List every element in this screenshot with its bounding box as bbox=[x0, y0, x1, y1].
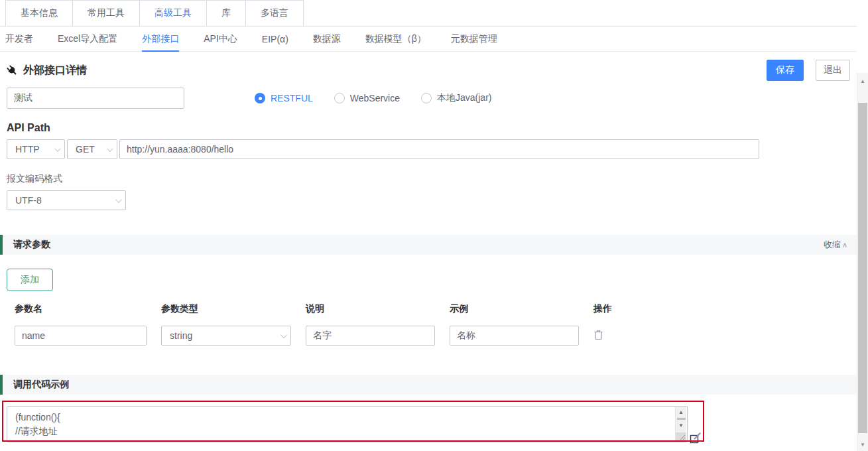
page-scrollbar-thumb[interactable] bbox=[858, 103, 867, 433]
encoding-label: 报文编码格式 bbox=[7, 173, 850, 185]
page: 基本信息 常用工具 高级工具 库 多语言 开发者 Excel导入配置 外部接口 … bbox=[0, 0, 868, 451]
protocol-radio-group: RESTFUL WebService 本地Java(jar) bbox=[255, 92, 491, 104]
code-line: //请求地址 bbox=[15, 424, 668, 438]
chevron-down-icon bbox=[115, 196, 122, 203]
tab-multilanguage[interactable]: 多语言 bbox=[245, 0, 304, 26]
col-param-name: 参数名 bbox=[15, 303, 147, 315]
col-param-type: 参数类型 bbox=[161, 303, 291, 315]
secondary-tab-bar: 开发者 Excel导入配置 外部接口 API中心 EIP(α) 数据源 数据模型… bbox=[0, 27, 857, 52]
radio-local-java[interactable]: 本地Java(jar) bbox=[421, 92, 491, 104]
primary-tab-bar: 基本信息 常用工具 高级工具 库 多语言 bbox=[0, 0, 857, 27]
encoding-select[interactable]: UTF-8 bbox=[7, 190, 126, 210]
tab-data-model-beta[interactable]: 数据模型（β） bbox=[365, 27, 426, 51]
tab-metadata-management[interactable]: 元数据管理 bbox=[451, 27, 497, 51]
radio-webservice[interactable]: WebService bbox=[334, 93, 400, 103]
param-example-input[interactable] bbox=[450, 326, 579, 346]
resize-grip-icon[interactable] bbox=[678, 433, 686, 440]
code-line: (function(){ bbox=[15, 411, 668, 424]
param-table-row: string bbox=[0, 326, 857, 346]
collapse-caret-icon: ∧ bbox=[842, 241, 847, 249]
tab-basic-info[interactable]: 基本信息 bbox=[5, 0, 73, 26]
add-param-button[interactable]: 添加 bbox=[7, 269, 53, 291]
chevron-down-icon bbox=[107, 145, 113, 152]
textarea-scrollbar-thumb[interactable] bbox=[677, 418, 686, 420]
tab-developer[interactable]: 开发者 bbox=[5, 27, 33, 51]
radio-webservice-icon bbox=[334, 93, 345, 103]
tab-eip-alpha[interactable]: EIP(α) bbox=[262, 27, 288, 51]
textarea-corner bbox=[676, 432, 686, 441]
code-line: var url = "http://yun.aaaa:8080/hello?na… bbox=[15, 438, 668, 442]
code-textarea[interactable]: (function(){ //请求地址 var url = "http://yu… bbox=[7, 406, 688, 442]
collapse-toggle[interactable]: 收缩 ∧ bbox=[824, 239, 847, 251]
tab-api-center[interactable]: API中心 bbox=[204, 27, 237, 51]
tab-library[interactable]: 库 bbox=[206, 0, 246, 26]
tab-external-interface[interactable]: 外部接口 bbox=[142, 27, 179, 51]
method-select[interactable]: GET bbox=[67, 139, 117, 159]
param-type-select-value: string bbox=[170, 330, 192, 341]
name-protocol-row: RESTFUL WebService 本地Java(jar) bbox=[7, 88, 850, 109]
save-button[interactable]: 保存 bbox=[767, 60, 804, 81]
method-select-value: GET bbox=[76, 144, 95, 155]
trash-icon[interactable] bbox=[593, 330, 603, 340]
radio-restful-icon bbox=[255, 93, 265, 103]
request-params-section-bar: 请求参数 收缩 ∧ bbox=[0, 235, 857, 255]
plug-icon bbox=[4, 62, 20, 78]
param-type-select[interactable]: string bbox=[161, 326, 291, 346]
code-sample-wrap: (function(){ //请求地址 var url = "http://yu… bbox=[7, 406, 850, 442]
scrollbar-up-icon[interactable]: ▲ bbox=[676, 407, 686, 417]
param-description-input[interactable] bbox=[306, 326, 435, 346]
page-title: 外部接口详情 bbox=[7, 64, 87, 78]
chevron-down-icon bbox=[54, 145, 61, 152]
collapse-label: 收缩 bbox=[824, 239, 841, 251]
page-scrollbar-down-icon[interactable]: ▼ bbox=[857, 439, 868, 450]
scrollbar-down-icon[interactable]: ▼ bbox=[676, 420, 686, 430]
api-path-row: HTTP GET bbox=[7, 139, 850, 159]
interface-name-input[interactable] bbox=[7, 88, 184, 109]
url-input[interactable] bbox=[119, 139, 759, 159]
radio-local-java-icon bbox=[421, 93, 432, 103]
tab-advanced-tools[interactable]: 高级工具 bbox=[139, 0, 207, 26]
param-name-input[interactable] bbox=[15, 326, 147, 346]
param-table-header: 参数名 参数类型 说明 示例 操作 bbox=[0, 303, 857, 315]
radio-restful-label: RESTFUL bbox=[271, 93, 313, 103]
scheme-select[interactable]: HTTP bbox=[7, 139, 65, 159]
tab-data-source[interactable]: 数据源 bbox=[313, 27, 341, 51]
api-path-heading: API Path bbox=[7, 122, 850, 134]
page-title-text: 外部接口详情 bbox=[23, 64, 87, 78]
radio-webservice-label: WebService bbox=[350, 93, 400, 103]
col-example: 示例 bbox=[450, 303, 579, 315]
edit-icon[interactable] bbox=[690, 432, 701, 444]
detail-header: 外部接口详情 保存 退出 bbox=[7, 60, 850, 81]
encoding-select-value: UTF-8 bbox=[15, 195, 42, 206]
radio-restful[interactable]: RESTFUL bbox=[255, 93, 313, 103]
tab-excel-import-config[interactable]: Excel导入配置 bbox=[58, 27, 117, 51]
chevron-down-icon bbox=[280, 332, 287, 338]
col-description: 说明 bbox=[306, 303, 435, 315]
page-scrollbar[interactable]: ▲ ▼ bbox=[857, 73, 868, 451]
page-scrollbar-up-icon[interactable]: ▲ bbox=[857, 76, 868, 86]
scheme-select-value: HTTP bbox=[15, 144, 40, 155]
tab-common-tools[interactable]: 常用工具 bbox=[72, 0, 140, 26]
request-params-title: 请求参数 bbox=[13, 239, 50, 251]
code-sample-title: 调用代码示例 bbox=[13, 379, 69, 391]
col-action: 操作 bbox=[593, 303, 857, 315]
textarea-scrollbar[interactable]: ▲ ▼ bbox=[675, 407, 686, 441]
code-sample-section-bar: 调用代码示例 bbox=[0, 375, 857, 395]
exit-button[interactable]: 退出 bbox=[816, 60, 850, 81]
radio-local-java-label: 本地Java(jar) bbox=[437, 92, 491, 104]
